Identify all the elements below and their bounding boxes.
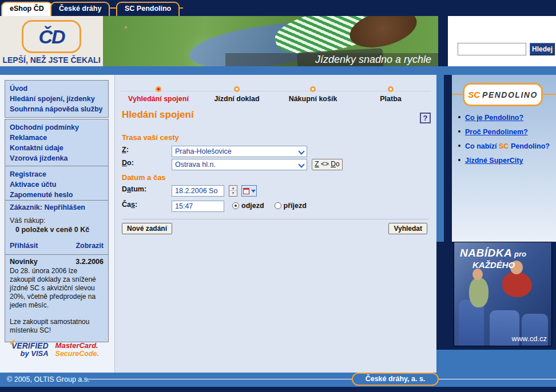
news-date: 3.2.2006	[76, 258, 104, 266]
customer-box: Zákazník: Nepřihlášen Váš nákup: 0 polož…	[5, 200, 109, 256]
from-select[interactable]: Praha-Holešovice	[172, 146, 307, 157]
bullet-icon	[458, 145, 460, 147]
pendolino-panel: SC PENDOLINO Co je Pendolino? Proč Pendo…	[436, 75, 556, 242]
step-circle-icon	[234, 86, 240, 92]
link-jizdne-supercity[interactable]: Jízdné SuperCity	[465, 157, 523, 165]
mastercard-securecode-logo: MasterCard. SecureCode.	[55, 342, 99, 358]
show-cart-link[interactable]: Zobrazit	[76, 242, 104, 250]
sidebar-item-registrace[interactable]: Registrace	[10, 169, 104, 179]
ad-person-shape	[502, 272, 532, 297]
news-title: Novinky	[10, 258, 38, 266]
ad-url: www.cd.cz	[512, 334, 547, 343]
search-connections-button[interactable]: Vyhledat	[388, 223, 427, 234]
tab-sc-pendolino[interactable]: SC Pendolino	[116, 2, 180, 16]
sidebar-item-aktivace-uctu[interactable]: Aktivace účtu	[10, 179, 104, 190]
tab-ceske-drahy[interactable]: České dráhy	[50, 2, 110, 16]
step-label: Platba	[348, 95, 434, 103]
ad-person-shape	[469, 278, 489, 307]
sidebar-item-kontaktni-udaje[interactable]: Kontaktní údaje	[10, 143, 104, 153]
header-logo-area: ČD LEPŠÍ, NEŽ JSTE ČEKALI	[0, 16, 103, 66]
date-stepper: ▲ ▼	[229, 185, 237, 197]
header-divider-strip	[0, 66, 556, 75]
menu-account: Registrace Aktivace účtu Zapomenuté hesl…	[5, 166, 109, 203]
list-item: Co nabízí SC Pendolino?	[458, 142, 550, 150]
spinner-up-icon[interactable]: ▲	[229, 186, 237, 191]
step-label: Vyhledání spojení	[116, 95, 201, 103]
bullet-icon	[458, 130, 460, 133]
step-nakupni-kosik[interactable]: Nákupní košík	[270, 86, 356, 103]
bullet-icon	[458, 159, 460, 161]
help-button[interactable]: ?	[420, 113, 431, 123]
menu-primary: Úvod Hledání spojení, jízdenky Souhrnná …	[5, 80, 109, 118]
sidebar-item-zapomenute-heslo[interactable]: Zapomenuté heslo	[10, 190, 104, 200]
list-item: Proč Pendolinem?	[458, 128, 550, 136]
news-paragraph: Do 28. února 2006 lze zakoupit doklady z…	[10, 267, 104, 310]
right-panel-filler	[436, 350, 556, 373]
date-label: Datum:	[122, 185, 146, 193]
tab-eshop-cd[interactable]: eShop ČD	[1, 2, 53, 16]
search-input[interactable]	[458, 43, 526, 55]
pendolino-logo-text: PENDOLINO	[482, 90, 538, 99]
news-box: Novinky 3.2.2006 Do 28. února 2006 lze z…	[5, 254, 109, 342]
footer: © 2005, OLTIS Group a.s. České dráhy, a.…	[0, 373, 556, 387]
bottom-strip	[0, 387, 556, 392]
login-link[interactable]: Přihlásit	[10, 242, 38, 250]
step-jizdni-doklad[interactable]: Jízdní doklad	[194, 86, 280, 103]
from-label: Z:	[122, 146, 129, 154]
radio-prijezd[interactable]: příjezd	[275, 202, 307, 210]
check-icon: ✓	[9, 338, 17, 346]
swap-direction-button[interactable]: Z <> Do	[312, 159, 343, 170]
chevron-down-icon	[299, 149, 304, 154]
mastercard-logo-line2: SecureCode.	[55, 350, 99, 358]
page-title: Hledání spojení	[122, 109, 194, 121]
chevron-down-icon	[299, 162, 304, 167]
route-section-title: Trasa vaší cesty	[122, 133, 179, 142]
time-input[interactable]	[172, 201, 224, 212]
link-co-je-pendolino[interactable]: Co je Pendolino?	[465, 114, 523, 122]
list-item: Jízdné SuperCity	[458, 157, 550, 165]
ad-title-main: NABÍDKA	[460, 247, 512, 259]
nabidka-ad-banner[interactable]: NABÍDKApro KAŽDÉHO www.cd.cz	[454, 242, 552, 346]
sidebar-item-vzorova-jizdenka[interactable]: Vzorová jízdenka	[10, 153, 104, 163]
payment-logos: ✓ VERIFIED by VISA MasterCard. SecureCod…	[11, 342, 103, 358]
step-platba[interactable]: Platba	[348, 86, 434, 103]
radio-prijezd-label: příjezd	[284, 202, 307, 210]
spinner-down-icon[interactable]: ▼	[229, 191, 237, 196]
ceske-drahy-badge: České dráhy, a. s.	[352, 373, 439, 386]
radio-odjezd-label: odjezd	[241, 202, 264, 210]
header-banner-photo: Jízdenky snadno a rychle	[103, 16, 438, 66]
sc-pendolino-logo[interactable]: SC PENDOLINO	[463, 83, 543, 106]
sidebar-item-uvod[interactable]: Úvod	[10, 83, 104, 94]
cart-label: Váš nákup:	[10, 217, 104, 225]
radio-odjezd[interactable]: odjezd	[232, 202, 264, 210]
cd-logo-icon[interactable]: ČD	[22, 20, 81, 53]
sidebar-item-reklamace[interactable]: Reklamace	[10, 133, 104, 143]
bullet-icon	[458, 116, 460, 118]
to-select-value: Ostrava hl.n.	[175, 161, 216, 169]
pendolino-links: Co je Pendolino? Proč Pendolinem? Co nab…	[458, 114, 550, 171]
main-content: Vyhledání spojení Jízdní doklad Nákupní …	[115, 75, 436, 373]
from-select-value: Praha-Holešovice	[175, 147, 232, 155]
sidebar-item-hledani-spojeni[interactable]: Hledání spojení, jízdenky	[10, 94, 104, 104]
to-select[interactable]: Ostrava hl.n.	[172, 159, 307, 170]
ad-person-face	[472, 269, 483, 280]
sidebar-item-obchodni-podminky[interactable]: Obchodní podmínky	[10, 122, 104, 133]
sidebar-item-napoveda[interactable]: Souhrnná nápověda služby	[10, 104, 104, 114]
ad-title-small: pro	[514, 250, 526, 258]
verified-by-visa-logo: ✓ VERIFIED by VISA	[11, 342, 49, 357]
step-vyhledani-spojeni[interactable]: Vyhledání spojení	[116, 86, 201, 103]
time-label: Čas:	[122, 201, 137, 209]
left-sidebar: Úvod Hledání spojení, jízdenky Souhrnná …	[0, 75, 115, 373]
step-label: Nákupní košík	[270, 95, 356, 103]
link-proc-pendolinem[interactable]: Proč Pendolinem?	[465, 128, 528, 136]
time-mode-radios: odjezd příjezd	[232, 202, 307, 210]
calendar-button[interactable]	[241, 185, 257, 197]
to-label: Do:	[122, 159, 134, 167]
menu-info: Obchodní podmínky Reklamace Kontaktní úd…	[5, 119, 109, 167]
link-co-nabizi-sc-pendolino[interactable]: Co nabízí SC Pendolino?	[465, 142, 550, 150]
search-button[interactable]: Hledej	[530, 43, 555, 55]
footer-rule	[87, 379, 556, 379]
new-entry-button[interactable]: Nové zadání	[122, 223, 172, 234]
mastercard-logo-line1: MasterCard.	[55, 342, 99, 350]
date-input[interactable]	[172, 185, 224, 197]
